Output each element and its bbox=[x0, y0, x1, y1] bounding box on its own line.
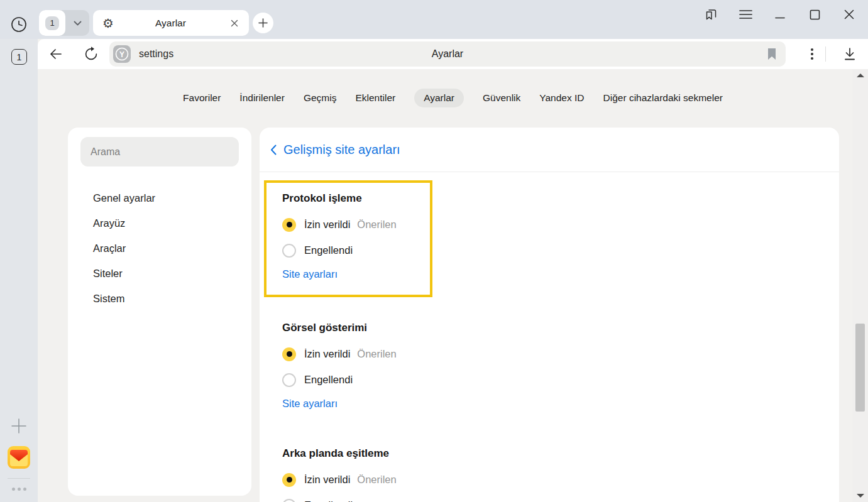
minimize-icon bbox=[775, 9, 785, 19]
radio-label: Engellendi bbox=[304, 499, 353, 502]
rail-add-button[interactable] bbox=[11, 418, 26, 434]
sidebar-item-araclar[interactable]: Araçlar bbox=[80, 236, 239, 261]
browser-tab-settings[interactable]: ⚙ Ayarlar bbox=[93, 10, 249, 36]
browser-top-bar: 1 ⚙ Ayarlar bbox=[0, 0, 868, 39]
downloads-button[interactable] bbox=[840, 44, 860, 64]
close-icon bbox=[844, 9, 854, 19]
settings-sidebar: Genel ayarlar Arayüz Araçlar Siteler Sis… bbox=[68, 128, 251, 496]
svg-text:Y: Y bbox=[119, 50, 124, 59]
tab-title: Ayarlar bbox=[114, 18, 228, 29]
plus-icon bbox=[11, 418, 26, 434]
browser-side-rail: 1 bbox=[0, 39, 38, 502]
radio-label: İzin verildi bbox=[304, 474, 350, 486]
radio-unchecked-icon[interactable] bbox=[282, 373, 296, 387]
nav-tab-yandex-id[interactable]: Yandex ID bbox=[539, 89, 584, 107]
radio-row-blocked[interactable]: Engellendi bbox=[282, 493, 839, 502]
radio-row-allowed[interactable]: İzin verildi Önerilen bbox=[282, 341, 839, 367]
nav-tab-ayarlar[interactable]: Ayarlar bbox=[414, 89, 464, 107]
workspace-number-button[interactable]: 1 bbox=[11, 49, 27, 65]
scroll-up-arrow-icon[interactable] bbox=[857, 74, 864, 77]
chevron-down-icon bbox=[74, 21, 82, 26]
bookmarks-panel-button[interactable] bbox=[701, 5, 720, 24]
tab-group-button[interactable]: 1 bbox=[39, 10, 65, 36]
toolbar-divider bbox=[825, 46, 826, 62]
section-title: Protokol işleme bbox=[282, 192, 430, 205]
settings-nav-tabs: Favoriler İndirilenler Geçmiş Eklentiler… bbox=[38, 89, 868, 107]
radio-row-blocked[interactable]: Engellendi bbox=[282, 237, 430, 263]
yandex-mail-icon bbox=[8, 446, 30, 469]
radio-checked-icon[interactable] bbox=[282, 218, 296, 232]
scrollbar-thumb[interactable] bbox=[855, 324, 865, 412]
section-title: Görsel gösterimi bbox=[282, 321, 839, 335]
url-bar[interactable]: Y settings Ayarlar bbox=[109, 41, 786, 67]
section-gorsel-gosterimi: Görsel gösterimi İzin verildi Önerilen E… bbox=[282, 321, 839, 410]
radio-row-allowed[interactable]: İzin verildi Önerilen bbox=[282, 212, 430, 237]
settings-main-panel: Gelişmiş site ayarları Protokol işleme İ… bbox=[260, 128, 839, 502]
yandex-mail-button[interactable] bbox=[8, 446, 30, 469]
radio-label: Engellendi bbox=[304, 374, 353, 386]
sidebar-item-sistem[interactable]: Sistem bbox=[80, 286, 239, 311]
plus-icon bbox=[258, 18, 268, 28]
radio-unchecked-icon[interactable] bbox=[282, 499, 296, 502]
reload-button[interactable] bbox=[81, 44, 101, 64]
settings-sections: Protokol işleme İzin verildi Önerilen En… bbox=[260, 172, 839, 502]
new-tab-button[interactable] bbox=[253, 13, 273, 33]
minimize-button[interactable] bbox=[771, 5, 789, 24]
nav-tab-favoriler[interactable]: Favoriler bbox=[183, 89, 221, 107]
sidebar-item-arayuz[interactable]: Arayüz bbox=[80, 210, 239, 236]
nav-tab-diger-cihazlar[interactable]: Diğer cihazlardaki sekmeler bbox=[603, 89, 723, 107]
yandex-site-icon: Y bbox=[113, 45, 131, 63]
close-window-button[interactable] bbox=[840, 5, 859, 24]
site-settings-link[interactable]: Site ayarları bbox=[282, 267, 338, 281]
nav-tab-eklentiler[interactable]: Eklentiler bbox=[355, 89, 395, 107]
sidebar-item-siteler[interactable]: Siteler bbox=[80, 261, 239, 286]
hamburger-menu-icon bbox=[739, 9, 752, 19]
history-clock-icon[interactable] bbox=[10, 16, 28, 33]
section-title: Arka planda eşitleme bbox=[282, 447, 839, 461]
kebab-menu-icon bbox=[811, 48, 813, 60]
toolbar-more-button[interactable] bbox=[802, 44, 822, 64]
rail-more-button[interactable] bbox=[9, 485, 29, 493]
radio-checked-icon[interactable] bbox=[282, 473, 296, 487]
advanced-site-settings-back[interactable]: Gelişmiş site ayarları bbox=[260, 128, 839, 172]
dot bbox=[18, 488, 21, 491]
sidebar-search[interactable] bbox=[80, 137, 239, 166]
tab-group-count-badge: 1 bbox=[45, 16, 59, 30]
settings-page: Favoriler İndirilenler Geçmiş Eklentiler… bbox=[38, 69, 868, 502]
scroll-down-arrow-icon[interactable] bbox=[857, 494, 864, 498]
download-icon bbox=[842, 46, 858, 62]
bookmark-flag-icon[interactable] bbox=[767, 48, 777, 60]
radio-label: Engellendi bbox=[304, 244, 353, 256]
nav-tab-indirilenler[interactable]: İndirilenler bbox=[239, 89, 285, 107]
site-settings-link[interactable]: Site ayarları bbox=[282, 396, 338, 410]
dot bbox=[12, 488, 15, 491]
nav-tab-gecmis[interactable]: Geçmiş bbox=[304, 89, 337, 107]
sidebar-menu: Genel ayarlar Arayüz Araçlar Siteler Sis… bbox=[80, 185, 239, 311]
recommended-label: Önerilen bbox=[357, 474, 396, 486]
bookmarks-stack-icon bbox=[703, 7, 718, 22]
sidebar-item-genel-ayarlar[interactable]: Genel ayarlar bbox=[80, 185, 239, 210]
dot bbox=[23, 488, 26, 491]
reload-icon bbox=[83, 46, 99, 62]
section-arka-planda-esitleme: Arka planda eşitleme İzin verildi Öneril… bbox=[282, 447, 839, 502]
radio-row-allowed[interactable]: İzin verildi Önerilen bbox=[282, 467, 839, 493]
radio-checked-icon[interactable] bbox=[282, 347, 296, 361]
address-toolbar: Y settings Ayarlar bbox=[38, 39, 868, 69]
highlighted-section-protokol-isleme: Protokol işleme İzin verildi Önerilen En… bbox=[264, 180, 432, 297]
tab-group-control[interactable]: 1 bbox=[39, 10, 89, 36]
nav-tab-guvenlik[interactable]: Güvenlik bbox=[483, 89, 520, 107]
radio-row-blocked[interactable]: Engellendi bbox=[282, 367, 839, 393]
tab-close-icon[interactable] bbox=[228, 16, 241, 30]
maximize-button[interactable] bbox=[805, 5, 824, 24]
radio-unchecked-icon[interactable] bbox=[282, 244, 296, 258]
recommended-label: Önerilen bbox=[357, 219, 396, 231]
back-button[interactable] bbox=[46, 44, 66, 64]
search-input[interactable] bbox=[80, 146, 239, 158]
page-title: Ayarlar bbox=[109, 48, 786, 60]
browser-menu-button[interactable] bbox=[736, 5, 755, 24]
page-heading: Gelişmiş site ayarları bbox=[283, 143, 400, 157]
page-scrollbar[interactable] bbox=[852, 69, 868, 502]
chevron-left-icon bbox=[270, 145, 277, 155]
url-text: settings bbox=[139, 48, 173, 60]
recommended-label: Önerilen bbox=[357, 348, 396, 360]
